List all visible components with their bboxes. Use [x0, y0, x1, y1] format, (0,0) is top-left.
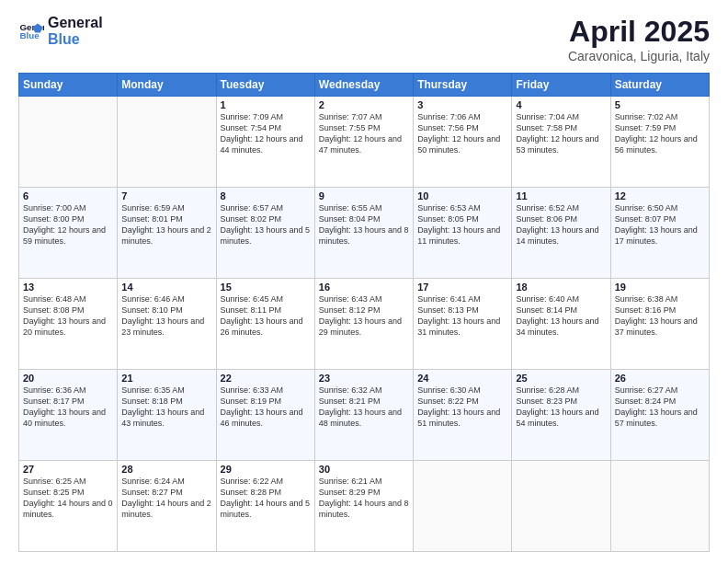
day-info-line: Daylight: 13 hours and 34 minutes.	[516, 316, 606, 338]
day-number: 15	[221, 282, 311, 293]
day-info-line: Sunrise: 6:43 AM	[319, 293, 409, 304]
day-info-line: Daylight: 14 hours and 8 minutes.	[319, 498, 409, 520]
day-info-line: Sunset: 7:54 PM	[221, 122, 311, 133]
day-info-line: Daylight: 13 hours and 17 minutes.	[615, 224, 705, 247]
day-info-line: Daylight: 13 hours and 37 minutes.	[615, 316, 705, 338]
calendar-week-row: 1Sunrise: 7:09 AMSunset: 7:54 PMDaylight…	[19, 97, 710, 188]
calendar-cell: 2Sunrise: 7:07 AMSunset: 7:55 PMDaylight…	[314, 97, 413, 188]
day-number: 26	[615, 373, 705, 384]
calendar-header-row: SundayMondayTuesdayWednesdayThursdayFrid…	[19, 74, 710, 97]
day-info-line: Sunset: 8:10 PM	[121, 304, 211, 316]
day-number: 16	[319, 282, 409, 293]
day-info-line: Sunset: 8:06 PM	[516, 213, 606, 224]
logo: General Blue General Blue	[18, 15, 103, 47]
calendar-cell: 13Sunrise: 6:48 AMSunset: 8:08 PMDayligh…	[19, 279, 118, 370]
calendar-cell: 22Sunrise: 6:33 AMSunset: 8:19 PMDayligh…	[216, 370, 314, 461]
day-info-line: Daylight: 12 hours and 47 minutes.	[319, 133, 409, 155]
logo-line2: Blue	[48, 31, 103, 48]
day-info-line: Sunrise: 7:09 AM	[221, 111, 311, 122]
day-info-line: Daylight: 13 hours and 48 minutes.	[319, 407, 409, 429]
day-info-line: Sunrise: 6:36 AM	[23, 385, 113, 396]
day-info-line: Sunset: 8:28 PM	[221, 487, 311, 498]
day-info-line: Daylight: 13 hours and 23 minutes.	[121, 316, 211, 338]
day-info-line: Sunrise: 6:33 AM	[221, 385, 311, 396]
calendar-header-tuesday: Tuesday	[216, 74, 314, 97]
calendar-cell: 30Sunrise: 6:21 AMSunset: 8:29 PMDayligh…	[314, 461, 413, 552]
day-info-line: Sunrise: 6:30 AM	[417, 385, 507, 396]
calendar-cell: 20Sunrise: 6:36 AMSunset: 8:17 PMDayligh…	[19, 370, 118, 461]
calendar-cell: 15Sunrise: 6:45 AMSunset: 8:11 PMDayligh…	[216, 279, 314, 370]
day-number: 2	[319, 99, 409, 110]
day-number: 4	[516, 99, 606, 110]
calendar-cell: 19Sunrise: 6:38 AMSunset: 8:16 PMDayligh…	[610, 279, 709, 370]
day-number: 30	[319, 464, 409, 475]
day-info-line: Daylight: 13 hours and 54 minutes.	[516, 407, 606, 429]
day-number: 19	[615, 282, 705, 293]
day-number: 28	[121, 464, 211, 475]
day-info-line: Sunset: 7:55 PM	[319, 122, 409, 133]
calendar-cell: 25Sunrise: 6:28 AMSunset: 8:23 PMDayligh…	[512, 370, 610, 461]
calendar-cell	[610, 461, 709, 552]
calendar-cell: 21Sunrise: 6:35 AMSunset: 8:18 PMDayligh…	[118, 370, 216, 461]
calendar-week-row: 20Sunrise: 6:36 AMSunset: 8:17 PMDayligh…	[19, 370, 710, 461]
calendar-week-row: 6Sunrise: 7:00 AMSunset: 8:00 PMDaylight…	[19, 188, 710, 279]
day-number: 7	[121, 190, 211, 201]
calendar-header-thursday: Thursday	[414, 74, 512, 97]
day-number: 13	[23, 282, 113, 293]
day-number: 5	[615, 99, 705, 110]
calendar-cell: 27Sunrise: 6:25 AMSunset: 8:25 PMDayligh…	[19, 461, 118, 552]
day-info-line: Daylight: 12 hours and 56 minutes.	[615, 133, 705, 155]
day-info-line: Sunrise: 6:45 AM	[221, 293, 311, 304]
day-info-line: Daylight: 14 hours and 0 minutes.	[23, 498, 113, 520]
day-info-line: Sunset: 8:21 PM	[319, 396, 409, 407]
day-info-line: Daylight: 13 hours and 14 minutes.	[516, 224, 606, 247]
calendar-cell: 10Sunrise: 6:53 AMSunset: 8:05 PMDayligh…	[414, 188, 512, 279]
day-info-line: Sunset: 8:13 PM	[417, 304, 507, 316]
calendar-subtitle: Caravonica, Liguria, Italy	[568, 49, 710, 63]
day-info-line: Sunset: 8:24 PM	[615, 396, 705, 407]
calendar-cell: 7Sunrise: 6:59 AMSunset: 8:01 PMDaylight…	[118, 188, 216, 279]
day-info-line: Sunrise: 6:55 AM	[319, 202, 409, 213]
day-info-line: Daylight: 13 hours and 29 minutes.	[319, 316, 409, 338]
calendar-cell	[118, 97, 216, 188]
day-info-line: Daylight: 13 hours and 43 minutes.	[121, 407, 211, 429]
day-info-line: Daylight: 13 hours and 2 minutes.	[121, 224, 211, 247]
day-number: 18	[516, 282, 606, 293]
day-number: 3	[417, 99, 507, 110]
calendar-cell	[19, 97, 118, 188]
calendar-week-row: 13Sunrise: 6:48 AMSunset: 8:08 PMDayligh…	[19, 279, 710, 370]
calendar-cell: 14Sunrise: 6:46 AMSunset: 8:10 PMDayligh…	[118, 279, 216, 370]
day-info-line: Daylight: 12 hours and 59 minutes.	[23, 224, 113, 247]
day-info-line: Sunrise: 7:00 AM	[23, 202, 113, 213]
day-number: 25	[516, 373, 606, 384]
day-info-line: Sunset: 8:12 PM	[319, 304, 409, 316]
day-info-line: Sunrise: 6:46 AM	[121, 293, 211, 304]
calendar-header-monday: Monday	[118, 74, 216, 97]
day-info-line: Daylight: 13 hours and 8 minutes.	[319, 224, 409, 247]
day-info-line: Sunrise: 6:53 AM	[417, 202, 507, 213]
day-info-line: Sunset: 7:59 PM	[615, 122, 705, 133]
day-number: 11	[516, 190, 606, 201]
day-info-line: Sunrise: 6:41 AM	[417, 293, 507, 304]
day-info-line: Sunset: 8:01 PM	[121, 213, 211, 224]
day-info-line: Sunset: 8:18 PM	[121, 396, 211, 407]
calendar-cell: 18Sunrise: 6:40 AMSunset: 8:14 PMDayligh…	[512, 279, 610, 370]
day-info-line: Sunrise: 6:35 AM	[121, 385, 211, 396]
day-info-line: Sunset: 8:08 PM	[23, 304, 113, 316]
calendar-cell: 12Sunrise: 6:50 AMSunset: 8:07 PMDayligh…	[610, 188, 709, 279]
day-info-line: Sunrise: 6:25 AM	[23, 476, 113, 487]
day-info-line: Daylight: 12 hours and 53 minutes.	[516, 133, 606, 155]
day-info-line: Daylight: 13 hours and 5 minutes.	[221, 224, 311, 247]
day-info-line: Sunrise: 6:32 AM	[319, 385, 409, 396]
title-block: April 2025 Caravonica, Liguria, Italy	[568, 15, 710, 63]
day-info-line: Daylight: 13 hours and 46 minutes.	[221, 407, 311, 429]
day-number: 12	[615, 190, 705, 201]
day-info-line: Sunrise: 6:40 AM	[516, 293, 606, 304]
day-info-line: Sunrise: 6:57 AM	[221, 202, 311, 213]
day-info-line: Sunrise: 6:59 AM	[121, 202, 211, 213]
calendar-header-saturday: Saturday	[610, 74, 709, 97]
day-number: 14	[121, 282, 211, 293]
calendar-cell: 4Sunrise: 7:04 AMSunset: 7:58 PMDaylight…	[512, 97, 610, 188]
day-number: 27	[23, 464, 113, 475]
day-number: 22	[221, 373, 311, 384]
